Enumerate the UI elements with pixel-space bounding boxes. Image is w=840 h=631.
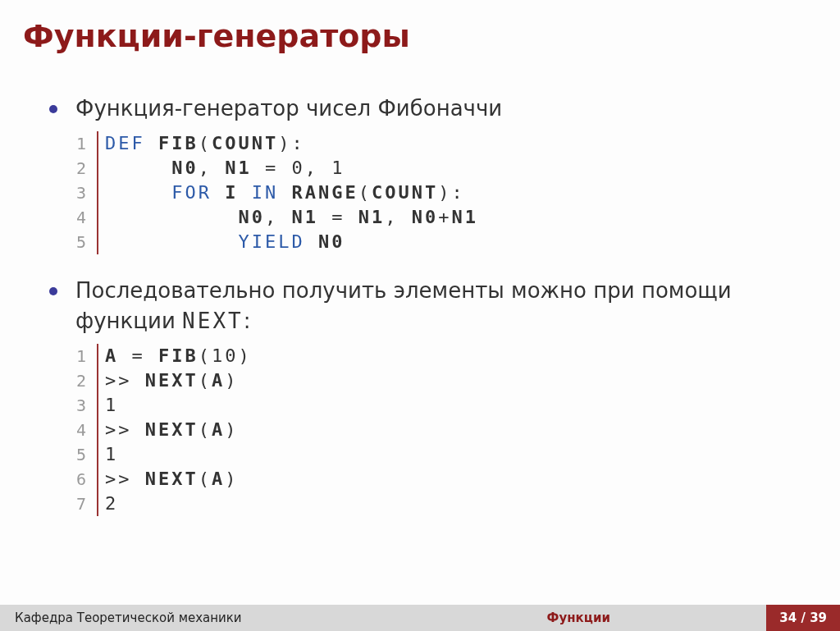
code-block-1: 1DEF FIB(COUNT):2 N0, N1 = 0, 13 FOR I I… [75,131,807,254]
bullet-marker-icon [49,287,57,295]
bullet-2: Последовательно получить элементы можно … [49,276,807,336]
code-text: >> NEXT(A) [97,418,238,442]
line-number: 2 [75,156,97,181]
code-line: 5 YIELD N0 [75,230,807,254]
line-number: 1 [75,344,97,368]
code-text: >> NEXT(A) [97,368,238,393]
code-line: 2 N0, N1 = 0, 1 [75,156,807,181]
code-line: 4 N0, N1 = N1, N0+N1 [75,205,807,230]
line-number: 3 [75,181,97,205]
bullet-1-text: Функция-генератор чисел Фибоначчи [75,94,807,123]
code-line: 2>> NEXT(A) [75,368,807,393]
line-number: 5 [75,442,97,467]
code-line: 3 FOR I IN RANGE(COUNT): [75,181,807,205]
bullet-2-text: Последовательно получить элементы можно … [75,276,807,336]
code-line: 31 [75,393,807,418]
code-line: 51 [75,442,807,467]
bullet-1: Функция-генератор чисел Фибоначчи [49,94,807,123]
code-text: YIELD N0 [97,230,345,254]
code-text: 1 [97,442,118,467]
inline-code-next: NEXT [182,309,244,333]
code-text: FOR I IN RANGE(COUNT): [97,181,465,205]
code-text: 2 [97,492,118,516]
code-text: >> NEXT(A) [97,467,238,492]
code-line: 72 [75,492,807,516]
line-number: 1 [75,131,97,156]
code-text: DEF FIB(COUNT): [97,131,305,156]
code-text: N0, N1 = 0, 1 [97,156,345,181]
line-number: 2 [75,368,97,393]
line-number: 4 [75,418,97,442]
line-number: 6 [75,467,97,492]
code-text: 1 [97,393,118,418]
line-number: 4 [75,205,97,230]
code-block-2: 1A = FIB(10)2>> NEXT(A)314>> NEXT(A)516>… [75,344,807,516]
footer-department: Кафедра Теоретической механики [0,610,390,625]
code-line: 1A = FIB(10) [75,344,807,368]
footer-bar: Кафедра Теоретической механики Функции 3… [0,605,840,631]
bullet-2-prefix: Последовательно получить элементы можно … [75,278,732,332]
code-line: 6>> NEXT(A) [75,467,807,492]
footer-section: Функции [390,610,766,625]
slide-title: Функции-генераторы [0,0,840,54]
line-number: 5 [75,230,97,254]
footer-page-number: 34 / 39 [766,605,840,631]
code-text: N0, N1 = N1, N0+N1 [97,205,478,230]
bullet-marker-icon [49,105,57,113]
bullet-2-suffix: : [244,309,251,333]
code-line: 4>> NEXT(A) [75,418,807,442]
code-text: A = FIB(10) [97,344,252,368]
line-number: 3 [75,393,97,418]
line-number: 7 [75,492,97,516]
code-line: 1DEF FIB(COUNT): [75,131,807,156]
slide-content: Функция-генератор чисел Фибоначчи 1DEF F… [0,54,840,516]
